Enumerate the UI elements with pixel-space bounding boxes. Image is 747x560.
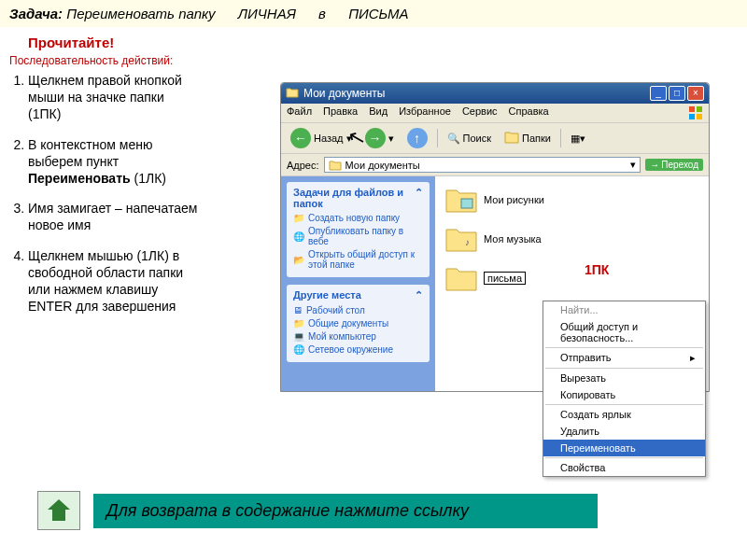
titlebar[interactable]: Мои документы _ □ × <box>281 83 709 104</box>
submenu-arrow-icon: ▸ <box>690 352 696 364</box>
up-icon: ↑ <box>407 128 428 148</box>
folders-icon <box>504 131 519 146</box>
task-from: ЛИЧНАЯ <box>238 6 296 21</box>
cm-props[interactable]: Свойства <box>543 459 705 476</box>
place-desktop[interactable]: 🖥Рабочий стол <box>293 305 423 315</box>
cm-copy[interactable]: Копировать <box>543 386 705 403</box>
folder-icon: ♪ <box>444 225 478 253</box>
svg-rect-2 <box>689 114 695 119</box>
step-3: Имя замигает – напечатаем новое имя <box>28 200 201 233</box>
cm-delete[interactable]: Удалить <box>543 423 705 440</box>
folder-music[interactable]: ♪ Моя музыка <box>444 225 699 253</box>
svg-text:♪: ♪ <box>465 237 470 247</box>
views-button[interactable]: ▦▾ <box>567 131 589 147</box>
globe-icon: 🌐 <box>293 231 304 242</box>
step-1: Щелкнем правой кнопкой мыши на значке па… <box>28 72 201 123</box>
step-2: В контекстном меню выберем пункт Переиме… <box>28 136 201 188</box>
desktop-icon: 🖥 <box>293 305 303 315</box>
search-button[interactable]: 🔍 Поиск <box>444 131 495 147</box>
menu-fav[interactable]: Избранное <box>399 105 451 120</box>
close-button[interactable]: × <box>687 86 704 101</box>
task-bar: Задача: Переименовать папку ЛИЧНАЯ в ПИС… <box>0 0 747 27</box>
minimize-button[interactable]: _ <box>650 86 667 101</box>
svg-rect-1 <box>697 106 702 112</box>
task-mid: в <box>318 6 326 21</box>
task-to: ПИСЬМА <box>348 6 408 21</box>
cm-rename[interactable]: Переименовать <box>543 440 705 456</box>
back-arrow-icon: ← <box>290 128 311 148</box>
folder-icon <box>444 186 478 214</box>
search-icon: 🔍 <box>447 133 460 145</box>
share-icon: 📂 <box>293 255 304 265</box>
svg-rect-0 <box>689 106 695 112</box>
svg-rect-3 <box>697 114 702 119</box>
task-publish[interactable]: 🌐Опубликовать папку в вебе <box>293 226 423 246</box>
go-button[interactable]: → Переход <box>645 159 703 171</box>
context-menu: Найти... Общий доступ и безопасность... … <box>543 301 706 477</box>
label-1pk: 1ПК <box>585 262 609 277</box>
address-label: Адрес: <box>287 160 319 171</box>
collapse-icon[interactable]: ⌃ <box>415 289 423 301</box>
network-icon: 🌐 <box>293 344 304 355</box>
folder-icon <box>444 264 478 292</box>
cm-shortcut[interactable]: Создать ярлык <box>543 406 705 423</box>
home-button[interactable] <box>37 491 80 530</box>
collapse-icon[interactable]: ⌃ <box>415 187 423 209</box>
rename-input[interactable]: письма <box>484 272 526 285</box>
place-computer[interactable]: 💻Мой компьютер <box>293 331 423 342</box>
steps-list: Щелкнем правой кнопкой мыши на значке па… <box>0 67 210 332</box>
views-icon: ▦▾ <box>571 133 585 145</box>
folder-letters[interactable]: письма <box>444 264 699 292</box>
folder-icon <box>329 160 342 171</box>
footer-link[interactable]: Для возврата в содержание нажмите ссылку <box>93 494 598 528</box>
folders-button[interactable]: Папки <box>500 129 555 147</box>
task-text: Переименовать папку <box>66 6 215 21</box>
home-icon <box>45 497 73 525</box>
menu-tools[interactable]: Сервис <box>462 105 498 120</box>
folder-pictures[interactable]: Мои рисунки <box>444 186 699 214</box>
task-share[interactable]: 📂Открыть общий доступ к этой папке <box>293 249 423 270</box>
dropdown-icon[interactable]: ▾ <box>630 159 636 171</box>
menu-help[interactable]: Справка <box>509 105 549 120</box>
cm-find[interactable]: Найти... <box>543 301 705 318</box>
side-panel: Задачи для файлов и папок⌃ 📁Создать нову… <box>281 176 435 391</box>
forward-arrow-icon: → <box>365 128 386 148</box>
places-panel: Другие места⌃ 🖥Рабочий стол 📁Общие докум… <box>287 285 430 362</box>
cm-send[interactable]: Отправить▸ <box>543 349 705 367</box>
folder-icon <box>286 87 299 101</box>
svg-rect-4 <box>461 199 472 208</box>
task-new-folder[interactable]: 📁Создать новую папку <box>293 213 423 223</box>
step-4: Щелкнем мышью (1ЛК) в свободной области … <box>28 247 201 315</box>
window-title: Мои документы <box>303 87 385 100</box>
maximize-button[interactable]: □ <box>669 86 685 101</box>
file-area[interactable]: Мои рисунки ♪ Моя музыка письма 1ПК Найт… <box>435 176 709 391</box>
up-button[interactable]: ↑ <box>403 126 431 150</box>
cm-cut[interactable]: Вырезать <box>543 370 705 386</box>
read-it-label: Прочитайте! <box>28 35 747 50</box>
sequence-label: Последовательность действий: <box>9 54 747 67</box>
folder-icon: 📁 <box>293 318 304 329</box>
menu-edit[interactable]: Правка <box>323 105 358 120</box>
cm-access[interactable]: Общий доступ и безопасность... <box>543 318 705 346</box>
menu-file[interactable]: Файл <box>287 105 312 120</box>
menubar: Файл Правка Вид Избранное Сервис Справка <box>281 104 709 123</box>
computer-icon: 💻 <box>293 331 304 342</box>
task-label: Задача: <box>9 6 63 21</box>
new-folder-icon: 📁 <box>293 213 304 223</box>
tasks-panel: Задачи для файлов и папок⌃ 📁Создать нову… <box>287 182 430 277</box>
windows-logo-icon <box>688 105 703 120</box>
place-shared[interactable]: 📁Общие документы <box>293 318 423 329</box>
place-network[interactable]: 🌐Сетевое окружение <box>293 344 423 355</box>
address-bar: Адрес: Мои документы ▾ → Переход <box>281 154 709 176</box>
menu-view[interactable]: Вид <box>369 105 388 120</box>
address-input[interactable]: Мои документы ▾ <box>324 157 641 173</box>
